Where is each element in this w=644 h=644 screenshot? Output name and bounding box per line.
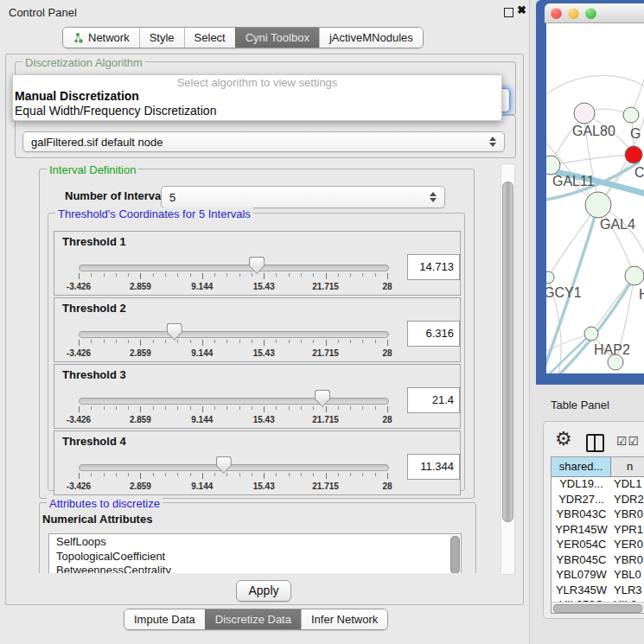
network-canvas[interactable]: GAL80GCGAL11GAL4GCY1HHAP2 bbox=[546, 23, 644, 373]
attributes-list-scrollbar[interactable] bbox=[450, 535, 460, 573]
slider-thumb[interactable] bbox=[216, 456, 232, 474]
column-header-shared-name[interactable]: shared... bbox=[552, 457, 611, 476]
split-columns-icon[interactable] bbox=[586, 434, 604, 452]
network-window-titlebar[interactable] bbox=[545, 3, 644, 23]
menu-item-manual-discretization[interactable]: Manual Discretization bbox=[15, 89, 139, 103]
list-item-selfloops[interactable]: SelfLoops bbox=[49, 534, 461, 549]
network-view-window: GAL80GCGAL11GAL4GCY1HHAP2 bbox=[536, 0, 644, 385]
tab-cyni-toolbox[interactable]: Cyni Toolbox bbox=[235, 28, 319, 48]
network-node-gal80[interactable] bbox=[574, 103, 595, 124]
threshold-value-field[interactable]: 21.4 bbox=[407, 387, 460, 413]
list-item-betweennesscentrality[interactable]: BetweennessCentrality bbox=[49, 563, 461, 573]
checkbox-icons[interactable]: ☑☑ bbox=[616, 434, 640, 448]
network-node-gcy1[interactable] bbox=[546, 271, 554, 284]
table-cell[interactable]: YPR145W bbox=[552, 523, 611, 539]
table-cell[interactable]: YER0 bbox=[611, 538, 644, 553]
control-panel-tab-bar: NetworkStyleSelectCyni ToolboxjActiveMNo… bbox=[62, 27, 424, 48]
tab-select[interactable]: Select bbox=[184, 28, 235, 48]
network-node-h[interactable] bbox=[625, 266, 644, 285]
gear-icon[interactable]: ⚙ bbox=[555, 428, 572, 450]
close-traffic-light-icon[interactable] bbox=[551, 8, 562, 19]
table-cell[interactable]: YBR0 bbox=[611, 507, 644, 523]
table-row[interactable]: YER054CYER0 bbox=[552, 538, 644, 553]
tab-infer-network[interactable]: Infer Network bbox=[301, 609, 387, 629]
settings-vertical-scrollbar[interactable] bbox=[501, 163, 515, 575]
tick-mark bbox=[276, 340, 277, 343]
table-row[interactable]: YBL079WYBL0 bbox=[552, 568, 644, 583]
network-node-g[interactable] bbox=[623, 107, 639, 123]
slider-thumb[interactable] bbox=[167, 323, 182, 341]
screen: Control Panel ✖ NetworkStyleSelectCyni T… bbox=[0, 0, 644, 644]
table-row[interactable]: YDL19...YDL1 bbox=[552, 477, 644, 493]
tab-discretize-data[interactable]: Discretize Data bbox=[205, 609, 301, 629]
table-cell[interactable]: YDL19... bbox=[552, 477, 611, 493]
tick-label: 9.144 bbox=[178, 348, 226, 358]
network-node-hap2[interactable] bbox=[584, 327, 598, 341]
table-row[interactable]: YBR043CYBR0 bbox=[552, 507, 644, 523]
node-attribute-table[interactable]: shared... n YDL19...YDL1YDR27...YDR2YBR0… bbox=[551, 456, 644, 614]
tab-style[interactable]: Style bbox=[139, 28, 184, 48]
threshold-value-field[interactable]: 6.316 bbox=[407, 321, 460, 347]
tick-mark bbox=[252, 340, 252, 343]
table-cell[interactable]: YBL0 bbox=[611, 568, 644, 583]
table-row[interactable]: YLR345WYLR3 bbox=[552, 583, 644, 599]
slider-thumb[interactable] bbox=[315, 390, 330, 407]
numerical-attributes-list[interactable]: SelfLoopsTopologicalCoefficientBetweenne… bbox=[48, 533, 462, 573]
tick-mark bbox=[350, 273, 351, 277]
table-cell[interactable]: YDL1 bbox=[611, 477, 644, 493]
combo-stepper-icon bbox=[430, 192, 437, 202]
tick-label: -3.426 bbox=[54, 481, 103, 491]
tick-mark bbox=[177, 273, 178, 277]
float-window-icon[interactable] bbox=[504, 8, 513, 17]
table-hscroll-thumb[interactable] bbox=[553, 604, 642, 613]
slider-track[interactable] bbox=[79, 265, 389, 271]
table-row[interactable]: YDR27...YDR2 bbox=[552, 493, 644, 508]
menu-item-equal-width-frequency-discretization[interactable]: Equal Width/Frequency Discretization bbox=[15, 104, 216, 118]
threshold-panel-3: Threshold 3-3.4262.8599.14415.4321.71528… bbox=[54, 364, 461, 429]
tab-network[interactable]: Network bbox=[63, 28, 139, 48]
tick-mark bbox=[338, 273, 339, 277]
tick-mark bbox=[239, 340, 240, 343]
table-row[interactable]: YBR045CYBR0 bbox=[552, 553, 644, 569]
node-label: C bbox=[634, 165, 644, 181]
table-cell[interactable]: YPR1 bbox=[611, 523, 644, 539]
network-node-c[interactable] bbox=[625, 146, 642, 163]
tab-jactivemnodules[interactable]: jActiveMNodules bbox=[319, 28, 423, 48]
table-cell[interactable]: YBR045C bbox=[552, 553, 611, 569]
threshold-value-field[interactable]: 14.713 bbox=[407, 254, 460, 280]
table-cell[interactable]: YDR2 bbox=[611, 493, 644, 508]
tick-mark bbox=[128, 340, 129, 343]
node-label: GCY1 bbox=[546, 285, 582, 301]
tab-impute-data[interactable]: Impute Data bbox=[124, 609, 205, 629]
table-horizontal-scrollbar[interactable] bbox=[552, 602, 644, 613]
settings-scroll-thumb[interactable] bbox=[502, 182, 513, 522]
tick-mark bbox=[79, 473, 80, 479]
list-item-topologicalcoefficient[interactable]: TopologicalCoefficient bbox=[49, 549, 461, 564]
tick-mark bbox=[153, 273, 154, 277]
table-rows: YDL19...YDL1YDR27...YDR2YBR043CYBR0YPR14… bbox=[552, 477, 644, 614]
slider-track[interactable] bbox=[79, 398, 389, 405]
zoom-traffic-light-icon[interactable] bbox=[585, 8, 596, 19]
close-icon[interactable]: ✖ bbox=[517, 3, 526, 16]
table-cell[interactable]: YER054C bbox=[552, 538, 611, 553]
table-row[interactable]: YPR145WYPR1 bbox=[552, 523, 644, 539]
table-data-combo[interactable]: galFiltered.sif default node bbox=[22, 131, 505, 152]
tick-label: 15.43 bbox=[239, 415, 288, 424]
threshold-value-field[interactable]: 11.344 bbox=[407, 454, 460, 480]
slider-thumb[interactable] bbox=[249, 257, 265, 274]
tick-mark bbox=[362, 473, 363, 476]
apply-button[interactable]: Apply bbox=[236, 580, 291, 602]
table-cell[interactable]: YBR043C bbox=[552, 507, 611, 523]
table-cell[interactable]: YDR27... bbox=[552, 493, 611, 508]
table-cell[interactable]: YBL079W bbox=[552, 568, 611, 583]
column-header-name[interactable]: n bbox=[611, 457, 644, 476]
network-node-gal4[interactable] bbox=[585, 192, 611, 218]
table-cell[interactable]: YLR3 bbox=[611, 583, 644, 599]
table-cell[interactable]: YBR0 bbox=[611, 553, 644, 569]
table-cell[interactable]: YLR345W bbox=[552, 583, 611, 599]
slider-track[interactable] bbox=[79, 331, 389, 338]
number-of-intervals-combo[interactable]: 5 bbox=[161, 186, 445, 208]
minimize-traffic-light-icon[interactable] bbox=[568, 8, 579, 19]
attributes-list-scroll-thumb[interactable] bbox=[450, 536, 460, 573]
slider-track[interactable] bbox=[79, 464, 389, 471]
